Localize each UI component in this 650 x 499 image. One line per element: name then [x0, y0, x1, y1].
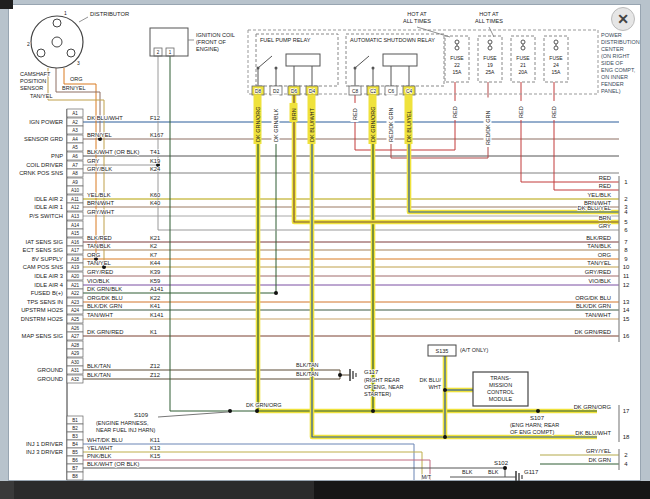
pcm-pin-label: A19	[71, 265, 80, 270]
diagram-text: OF ENG COMPT)	[510, 429, 554, 435]
pcm-function-label: IDLE AIR 2	[34, 196, 63, 202]
diagram-text: (A/T ONLY)	[460, 347, 488, 353]
pcm-pin-label: A7	[72, 163, 78, 168]
rotated-wire-label: DK GRN/ORG	[369, 95, 377, 145]
distributor-terminal	[37, 49, 45, 57]
relay-pin-label: D4	[309, 89, 315, 94]
pcm-function-label: IDLE AIR 1	[34, 204, 63, 210]
tcm-label: MISSION	[489, 382, 512, 388]
s135-label: S135	[436, 348, 449, 354]
circuit-number: K167	[150, 132, 164, 138]
diagram-text: NEAR FUEL INJ HARN)	[96, 427, 156, 433]
circuit-number: K19	[150, 158, 160, 164]
diagram-text: WHT	[428, 384, 441, 390]
circuit-number: K141	[150, 312, 164, 318]
junction-dot	[536, 409, 540, 413]
exit-number: 2	[624, 452, 628, 458]
rotated-wire-label: DK GRN/BLK	[272, 95, 280, 145]
pcm-function-label: COIL DRIVER	[26, 162, 63, 168]
wire-color-label: YEL/WHT	[87, 445, 113, 451]
circuit-number: K2	[150, 243, 157, 249]
pcm-pin-label: A6	[72, 154, 78, 159]
wire-color-label: GRY/WHT	[87, 209, 115, 215]
pcm-pin-label: A17	[71, 248, 80, 253]
wire-s109-leader	[158, 412, 228, 417]
exit-wire-label: DK GRN/ORG	[574, 404, 612, 410]
pcm-function-label: ECT SENS SIG	[23, 247, 64, 253]
junction-dot	[255, 409, 259, 413]
circuit-number: K39	[150, 269, 160, 275]
exit-wire-label: BLK/RED	[586, 235, 611, 241]
pcm-pin-label: A24	[71, 308, 80, 313]
circuit-number: K21	[150, 235, 160, 241]
fuse-label: FUSE	[516, 55, 530, 61]
hot-label: HOT AT	[479, 11, 499, 17]
fuse-amps: 15A	[453, 69, 463, 75]
relay-pin-label: D8	[255, 89, 261, 94]
relay-pin-label: C6	[388, 89, 394, 94]
exit-wire-label: GRY	[599, 223, 612, 229]
circuit-number: K59	[150, 278, 160, 284]
exit-wire-label: RED	[599, 175, 611, 181]
wire-color-label: PNK/BLK	[87, 453, 112, 459]
pcm-pin-label: A16	[71, 240, 80, 245]
distributor-center	[52, 37, 62, 47]
scrollbar-thumb[interactable]	[14, 481, 314, 499]
wire-color-label: DK BLU/WHT	[87, 115, 123, 121]
rotated-wire-label: DK GRN/ORG	[254, 95, 262, 145]
wire-coil-dk-grn-org	[170, 56, 257, 411]
bottom-scrollbar[interactable]	[0, 481, 650, 499]
pcm-pin-label: A26	[71, 326, 80, 331]
diagram-text: (RIGHT REAR	[364, 377, 400, 383]
diagram-text: M/T	[422, 474, 432, 480]
wire-color-label: ORG	[87, 252, 101, 258]
pcm-function-label: TPS SENS IN	[27, 299, 63, 305]
distributor-terminal-number: 2	[27, 41, 30, 47]
pcm-pin-label: A12	[71, 205, 80, 210]
wire-color-label: TAN/WHT	[87, 312, 113, 318]
diagram-text: BRN/YEL	[62, 85, 86, 91]
circuit-number: F12	[150, 115, 160, 121]
wire-color-label: BLK/TAN	[87, 372, 111, 378]
tcm-label: TRANS-	[490, 375, 511, 381]
pcm-function-label: CAM POS SNS	[23, 264, 63, 270]
window-corner-artifact	[0, 0, 13, 9]
wire-color-label: TAN/BLK	[87, 243, 111, 249]
circuit-number: A141	[150, 286, 164, 292]
diagram-text: OF ENG, NEAR	[364, 384, 403, 390]
pcm-function-label: P/S SWITCH	[29, 213, 63, 219]
relay-contact	[275, 67, 278, 70]
distributor-circle	[31, 16, 83, 68]
wire-color-label: YEL/BLK	[87, 192, 111, 198]
camshaft-position-sensor-label: SENSOR	[20, 85, 43, 91]
relay-pin-label: C2	[370, 89, 376, 94]
exit-number: 18	[623, 434, 630, 440]
rotated-label-text: DK BLU/YEL	[406, 110, 412, 142]
pcm-pin-label: A23	[71, 300, 80, 305]
exit-number: 14	[623, 307, 630, 313]
relay-coil	[383, 54, 417, 66]
rotated-label-text: DK GRN/BLK	[273, 108, 279, 142]
diagram-text: ORG	[70, 76, 83, 82]
exit-number: 17	[623, 408, 630, 414]
diagram-text: S109	[134, 412, 149, 418]
pcm-function-label: CRNK POS SNS	[19, 170, 63, 176]
diagram-text: (ENG HARN; REAR	[510, 422, 559, 428]
rotated-label-text: DK GRN/ORG	[370, 107, 376, 142]
circuit-number: K44	[150, 260, 161, 266]
rotated-label-text: RED	[518, 106, 524, 118]
exit-wire-label: GRY/YEL	[586, 448, 612, 454]
rotated-wire-label: RED/DK GRN	[484, 98, 492, 148]
wire-color-label: BLK/TAN	[87, 363, 111, 369]
exit-wire-label: ORG/DK BLU	[575, 295, 611, 301]
exit-wire-label: YEL/BLK	[587, 192, 611, 198]
exit-number: 6	[624, 227, 628, 233]
diagram-text: DK BLU/	[420, 377, 442, 383]
exit-wire-label: GRY/RED	[585, 269, 611, 275]
wire-color-label: TAN/YEL	[87, 260, 112, 266]
hot-label: HOT AT	[407, 11, 427, 17]
hot-label: ALL TIMES	[475, 18, 503, 24]
close-icon[interactable]: ✕	[611, 7, 635, 31]
pcm-pin-label: A8	[72, 171, 78, 176]
exit-wire-label: VIO/BLK	[588, 278, 611, 284]
